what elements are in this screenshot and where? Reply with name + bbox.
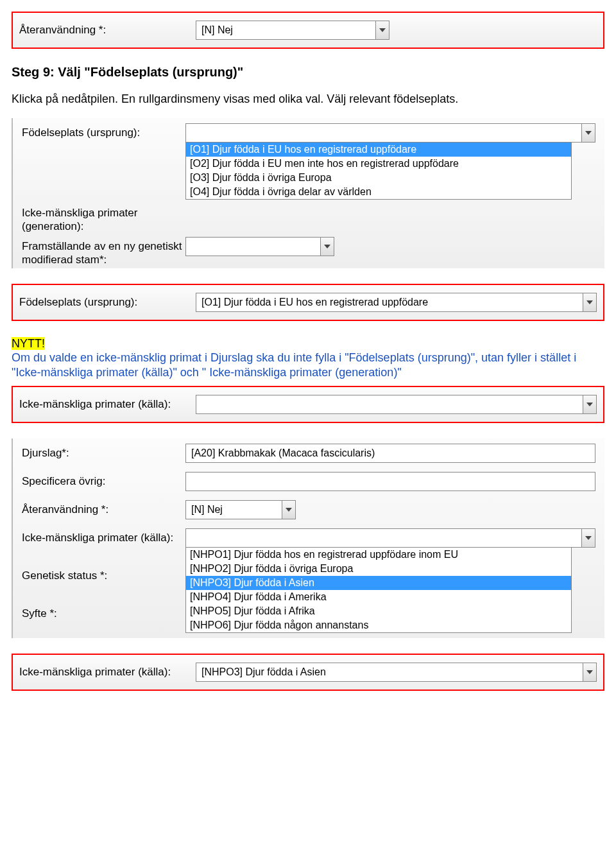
chevron-down-icon[interactable] bbox=[581, 529, 595, 547]
svg-marker-7 bbox=[586, 670, 593, 674]
djurslag-label: Djurslag*: bbox=[22, 444, 185, 460]
svg-marker-0 bbox=[379, 28, 386, 32]
nhp-src-combo[interactable] bbox=[185, 528, 595, 548]
svg-marker-6 bbox=[585, 536, 592, 540]
reuse-red-block: Återanvändning *: [N] Nej bbox=[12, 12, 604, 49]
nhp-src-label: Icke-mänskliga primater (källa): bbox=[22, 528, 185, 544]
svg-marker-4 bbox=[586, 403, 593, 406]
nhp-src-empty-block: Icke-mänskliga primater (källa): bbox=[12, 386, 604, 423]
nytt-badge: NYTT! bbox=[12, 337, 45, 350]
birthplace-open-block: Födelseplats (ursprung): [O1] Djur födda… bbox=[12, 118, 604, 268]
syfte-label: Syfte *: bbox=[22, 604, 185, 620]
nhp-option-2[interactable]: [NHPO2] Djur födda i övriga Europa bbox=[186, 562, 571, 576]
birthplace-option-o2[interactable]: [O2] Djur födda i EU men inte hos en reg… bbox=[186, 157, 571, 171]
svg-marker-5 bbox=[286, 508, 292, 512]
nhp-src-dropdown[interactable]: [NHPO1] Djur födda hos en registrerad up… bbox=[185, 548, 572, 633]
nhp-option-4[interactable]: [NHPO4] Djur födda i Amerika bbox=[186, 590, 571, 604]
reuse2-value: [N] Nej bbox=[186, 503, 282, 516]
framst-label: Framställande av en ny genetiskt modifie… bbox=[22, 237, 185, 267]
birthplace-option-o1[interactable]: [O1] Djur födda i EU hos en registrerad … bbox=[186, 143, 571, 157]
birthplace-sel-value: [O1] Djur födda i EU hos en registrerad … bbox=[196, 296, 583, 309]
birthplace-option-o4[interactable]: [O4] Djur födda i övriga delar av världe… bbox=[186, 185, 571, 199]
birthplace-selected-block: Födelseplats (ursprung): [O1] Djur födda… bbox=[12, 284, 604, 321]
nhp-option-5[interactable]: [NHPO5] Djur födda i Afrika bbox=[186, 604, 571, 618]
nhp-src-selected-block: Icke-mänskliga primater (källa): [NHPO3]… bbox=[12, 654, 604, 691]
step9-heading: Steg 9: Välj "Födelseplats (ursprung)" bbox=[12, 64, 604, 80]
genstatus-label: Genetisk status *: bbox=[22, 566, 185, 582]
spec-label: Specificera övrig: bbox=[22, 472, 185, 488]
step9-body: Klicka på nedåtpilen. En rullgardinsmeny… bbox=[12, 92, 604, 107]
framst-combo[interactable] bbox=[185, 237, 334, 256]
birthplace-option-o3[interactable]: [O3] Djur födda i övriga Europa bbox=[186, 171, 571, 185]
reuse-value: [N] Nej bbox=[196, 24, 375, 37]
nhp-src-sel-combo[interactable]: [NHPO3] Djur födda i Asien bbox=[196, 663, 597, 682]
reuse2-label: Återanvändning *: bbox=[22, 500, 185, 516]
nytt-note: NYTT! Om du valde en icke-mänsklig prima… bbox=[12, 336, 604, 380]
chevron-down-icon[interactable] bbox=[320, 238, 334, 256]
birthplace-sel-combo[interactable]: [O1] Djur födda i EU hos en registrerad … bbox=[196, 293, 597, 312]
nhp-src-empty-label: Icke-mänskliga primater (källa): bbox=[19, 397, 183, 411]
nhp-option-3[interactable]: [NHPO3] Djur födda i Asien bbox=[186, 576, 571, 590]
chevron-down-icon[interactable] bbox=[375, 21, 389, 39]
nhp-gen-label: Icke-mänskliga primater (generation): bbox=[22, 204, 185, 234]
chevron-down-icon[interactable] bbox=[282, 501, 295, 519]
nytt-text: Om du valde en icke-mänsklig primat i Dj… bbox=[12, 351, 576, 379]
svg-marker-2 bbox=[324, 245, 330, 248]
chevron-down-icon[interactable] bbox=[583, 395, 596, 413]
nhp-form-block: Djurslag*: [A20] Krabbmakak (Macaca fasc… bbox=[12, 438, 604, 638]
birthplace-label: Födelseplats (ursprung): bbox=[22, 123, 185, 139]
djurslag-value: [A20] Krabbmakak (Macaca fascicularis) bbox=[186, 447, 595, 460]
birthplace-sel-label: Födelseplats (ursprung): bbox=[19, 295, 183, 309]
chevron-down-icon[interactable] bbox=[581, 124, 595, 142]
nhp-src-empty-combo[interactable] bbox=[196, 395, 597, 414]
reuse-label: Återanvändning *: bbox=[19, 23, 183, 37]
reuse2-combo[interactable]: [N] Nej bbox=[185, 500, 296, 519]
svg-marker-1 bbox=[585, 131, 592, 135]
nhp-option-6[interactable]: [NHPO6] Djur födda någon annanstans bbox=[186, 618, 571, 632]
chevron-down-icon[interactable] bbox=[583, 293, 596, 311]
djurslag-combo[interactable]: [A20] Krabbmakak (Macaca fascicularis) bbox=[185, 444, 595, 463]
nhp-option-1[interactable]: [NHPO1] Djur födda hos en registrerad up… bbox=[186, 548, 571, 562]
birthplace-combo-top[interactable] bbox=[185, 123, 595, 143]
nhp-src-sel-value: [NHPO3] Djur födda i Asien bbox=[196, 666, 583, 679]
nhp-src-sel-label: Icke-mänskliga primater (källa): bbox=[19, 665, 183, 679]
chevron-down-icon[interactable] bbox=[583, 663, 596, 681]
birthplace-dropdown[interactable]: [O1] Djur födda i EU hos en registrerad … bbox=[185, 143, 572, 200]
spec-input[interactable] bbox=[185, 472, 595, 491]
reuse-combo[interactable]: [N] Nej bbox=[196, 21, 389, 40]
svg-marker-3 bbox=[586, 300, 593, 304]
